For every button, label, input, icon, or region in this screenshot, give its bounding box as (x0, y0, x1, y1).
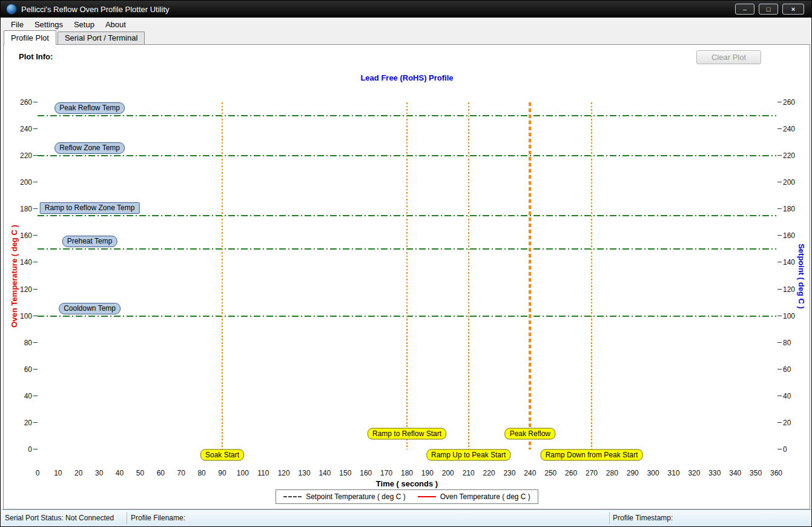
app-icon (6, 4, 17, 15)
serial-port-status: Serial Port Status: Not Connected (5, 514, 114, 522)
maximize-icon: □ (767, 5, 771, 13)
status-bar: Serial Port Status: Not Connected Profil… (1, 509, 811, 526)
maximize-button[interactable]: □ (759, 4, 778, 15)
tab-serial-port-terminal[interactable]: Serial Port / Terminal (58, 31, 145, 44)
menu-settings[interactable]: Settings (29, 19, 68, 30)
tab-profile-plot[interactable]: Profile Plot (4, 30, 56, 45)
clear-plot-button[interactable]: Clear Plot (696, 50, 761, 64)
titlebar: Pellicci's Reflow Oven Profile Plotter U… (1, 1, 811, 18)
window-controls: – □ × (735, 4, 804, 15)
menu-setup[interactable]: Setup (68, 19, 100, 30)
minimize-button[interactable]: – (735, 4, 754, 15)
profile-filename-label: Profile Filename: (131, 514, 185, 522)
window-title: Pellicci's Reflow Oven Profile Plotter U… (21, 5, 170, 14)
tab-strip: Profile Plot Serial Port / Terminal (1, 31, 811, 44)
minimize-icon: – (743, 5, 747, 13)
app-window: Pellicci's Reflow Oven Profile Plotter U… (0, 0, 812, 527)
menu-about[interactable]: About (100, 19, 131, 30)
status-separator (609, 512, 610, 524)
close-button[interactable]: × (782, 4, 804, 15)
profile-timestamp-label: Profile Timestamp: (613, 514, 673, 522)
status-separator (127, 512, 127, 524)
menu-bar: File Settings Setup About (1, 18, 811, 31)
menu-file[interactable]: File (5, 19, 29, 30)
profile-plot-panel (3, 44, 810, 509)
close-icon: × (791, 5, 795, 13)
